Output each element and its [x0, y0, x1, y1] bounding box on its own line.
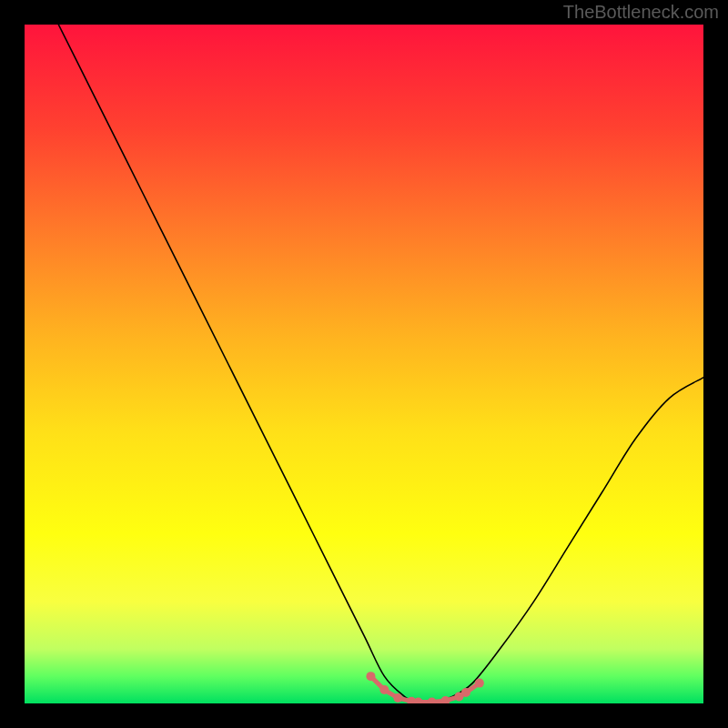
svg-point-1 — [379, 685, 389, 694]
svg-point-2 — [393, 693, 402, 703]
optimal-range-markers — [25, 25, 703, 703]
bottleneck-curve — [25, 25, 703, 703]
svg-point-4 — [414, 698, 423, 703]
svg-point-8 — [461, 688, 470, 697]
attribution-text: TheBottleneck.com — [563, 2, 719, 23]
svg-point-7 — [454, 693, 463, 702]
svg-point-0 — [366, 672, 375, 681]
svg-point-5 — [428, 698, 437, 703]
svg-point-9 — [475, 679, 484, 688]
svg-point-3 — [407, 697, 416, 703]
svg-point-6 — [441, 696, 450, 703]
chart-plot-area — [25, 25, 703, 703]
